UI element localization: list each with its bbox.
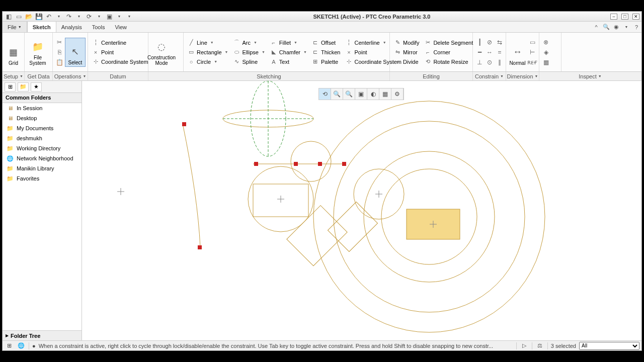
text-button[interactable]: AText bbox=[268, 57, 309, 66]
spline-button[interactable]: ∿Spline bbox=[231, 57, 267, 66]
thicken-button[interactable]: ⊏Thicken bbox=[310, 48, 343, 57]
refit-icon[interactable]: ⟲ bbox=[319, 88, 331, 100]
regen-icon[interactable]: ⟳ bbox=[85, 13, 93, 21]
parallel-icon[interactable]: ∥ bbox=[495, 58, 504, 67]
folder-tab-icon[interactable]: 📁 bbox=[18, 82, 29, 92]
tangent-icon[interactable]: ⊘ bbox=[485, 38, 494, 47]
minimize-button[interactable]: – bbox=[610, 14, 617, 20]
baseline-icon[interactable]: ⊢ bbox=[528, 48, 537, 57]
undo-dd-icon[interactable]: ▼ bbox=[55, 13, 63, 21]
mirror-button[interactable]: ⇋Mirror bbox=[392, 48, 421, 57]
midpt-icon[interactable]: ↔ bbox=[485, 48, 494, 57]
construction-button[interactable]: ◌Construction Mode bbox=[150, 38, 173, 67]
sidebar-item-2[interactable]: 📁My Documents bbox=[3, 123, 82, 133]
vert-icon[interactable]: ┃ bbox=[475, 38, 484, 47]
ellipse-button[interactable]: ⬭Ellipse▼ bbox=[231, 48, 267, 57]
fav-tab-icon[interactable]: ★ bbox=[31, 82, 42, 92]
sidebar-item-label: Working Directory bbox=[17, 145, 60, 151]
window-dd-icon[interactable]: ▼ bbox=[115, 13, 123, 21]
overlap-icon[interactable]: ⊗ bbox=[541, 38, 550, 47]
zoomin-icon[interactable]: 🔍 bbox=[331, 88, 343, 100]
search-icon[interactable]: 🔍 bbox=[601, 22, 611, 32]
window-icon[interactable]: ▣ bbox=[105, 13, 113, 21]
redo-icon[interactable]: ↷ bbox=[65, 13, 73, 21]
sidebar-item-4[interactable]: 📁Working Directory bbox=[3, 143, 82, 153]
paste-icon[interactable]: 📋 bbox=[55, 58, 64, 67]
filesystem-button[interactable]: 📁File System bbox=[27, 38, 49, 67]
offset-button[interactable]: ⊏Offset bbox=[310, 38, 343, 47]
horiz-icon[interactable]: ━ bbox=[475, 48, 484, 57]
copy-icon[interactable]: ⎘ bbox=[55, 48, 64, 57]
corner-button[interactable]: ⌐Corner bbox=[422, 48, 475, 57]
sketch-canvas[interactable]: ⟲ 🔍 🔍 ▣ ◐ ▦ ⚙ bbox=[82, 81, 641, 340]
select-button[interactable]: ↖Select bbox=[65, 38, 86, 67]
grid-button[interactable]: ▦Grid bbox=[5, 38, 22, 67]
perp-icon[interactable]: ⊥ bbox=[475, 58, 484, 67]
repaint-icon[interactable]: ▣ bbox=[355, 88, 367, 100]
filter-select[interactable]: All bbox=[579, 342, 639, 350]
line-button[interactable]: ╱Line▼ bbox=[186, 38, 230, 47]
modify-button[interactable]: ✎Modify bbox=[392, 38, 421, 47]
point-button[interactable]: ×Point bbox=[90, 48, 150, 57]
collapse-ribbon-icon[interactable]: ^ bbox=[591, 22, 601, 32]
status-icon2[interactable]: 🌐 bbox=[17, 342, 26, 350]
folder-tree-toggle[interactable]: ▶Folder Tree bbox=[3, 330, 82, 340]
sidebar-item-label: Manikin Library bbox=[17, 165, 54, 171]
grid-toggle-icon[interactable]: ▦ bbox=[379, 88, 391, 100]
centerline-button[interactable]: ╎Centerline bbox=[90, 38, 150, 47]
maximize-button[interactable]: □ bbox=[621, 14, 628, 20]
view-tab[interactable]: View bbox=[110, 22, 132, 32]
shade-icon[interactable]: ▦ bbox=[541, 58, 550, 67]
equal-icon[interactable]: = bbox=[495, 48, 504, 57]
help-icon[interactable]: ? bbox=[631, 22, 641, 32]
palette-button[interactable]: ⊞Palette bbox=[310, 57, 343, 66]
fillet-button[interactable]: ⌐Fillet▼ bbox=[268, 38, 309, 47]
filter-icon[interactable]: ⚖ bbox=[535, 342, 544, 350]
view-toolbar: ⟲ 🔍 🔍 ▣ ◐ ▦ ⚙ bbox=[318, 88, 404, 100]
sidebar-item-0[interactable]: 🖥In Session bbox=[3, 103, 82, 113]
close-button[interactable]: ✕ bbox=[632, 14, 639, 20]
rotresize-button[interactable]: ⟲Rotate Resize bbox=[422, 57, 475, 66]
sketch-tab[interactable]: Sketch bbox=[27, 22, 56, 32]
deleteseg-button[interactable]: ✂Delete Segment bbox=[422, 38, 475, 47]
zoomout-icon[interactable]: 🔍 bbox=[343, 88, 355, 100]
normal-dim-button[interactable]: ↔Normal bbox=[508, 38, 527, 67]
sym-icon[interactable]: ⇆ bbox=[495, 38, 504, 47]
coordsys-button[interactable]: ⊹Coordinate System bbox=[90, 57, 150, 66]
folder-icon: 📁 bbox=[7, 135, 14, 141]
ref-icon[interactable]: ʀᴇғ bbox=[528, 58, 537, 67]
learn-dd-icon[interactable]: ▼ bbox=[621, 22, 631, 32]
file-tab[interactable]: File▼ bbox=[3, 22, 27, 32]
highlight-icon[interactable]: ◈ bbox=[541, 48, 550, 57]
analysis-tab[interactable]: Analysis bbox=[56, 22, 87, 32]
qat-dd-icon[interactable]: ▼ bbox=[125, 13, 133, 21]
redo-dd-icon[interactable]: ▼ bbox=[75, 13, 83, 21]
sidebar-item-3[interactable]: 📁deshmukh bbox=[3, 133, 82, 143]
vsettings-icon[interactable]: ⚙ bbox=[391, 88, 404, 100]
open-icon[interactable]: 📂 bbox=[25, 13, 33, 21]
divide-button[interactable]: ÷Divide bbox=[392, 57, 421, 66]
undo-icon[interactable]: ↶ bbox=[45, 13, 53, 21]
folder-icon: 📁 bbox=[7, 125, 14, 131]
sidebar-item-7[interactable]: 📁Favorites bbox=[3, 173, 82, 184]
chamfer-button[interactable]: ◣Chamfer▼ bbox=[268, 48, 309, 57]
tree-tab-icon[interactable]: ⊞ bbox=[5, 82, 16, 92]
play-icon[interactable]: ▷ bbox=[520, 342, 529, 350]
ribbon: ▦Grid 📁File System ✂⎘📋 ↖Select ╎Centerli… bbox=[3, 33, 641, 72]
tools-tab[interactable]: Tools bbox=[87, 22, 110, 32]
save-icon[interactable]: 💾 bbox=[35, 13, 43, 21]
circle-button[interactable]: ○Circle▼ bbox=[186, 57, 230, 66]
sidebar-item-5[interactable]: 🌐Network Neighborhood bbox=[3, 153, 82, 163]
perim-icon[interactable]: ▭ bbox=[528, 38, 537, 47]
new-icon[interactable]: ▭ bbox=[15, 13, 23, 21]
rectangle-button[interactable]: ▭Rectangle▼ bbox=[186, 48, 230, 57]
status-icon1[interactable]: ⊞ bbox=[5, 342, 14, 350]
sidebar-item-1[interactable]: 🖥Desktop bbox=[3, 113, 82, 123]
arc-button[interactable]: ⌒Arc▼ bbox=[231, 38, 267, 47]
cut-icon[interactable]: ✂ bbox=[55, 38, 64, 47]
disp-icon[interactable]: ◐ bbox=[367, 88, 379, 100]
coinc-icon[interactable]: ⊙ bbox=[485, 58, 494, 67]
sidebar-item-6[interactable]: 📁Manikin Library bbox=[3, 163, 82, 173]
learn-icon[interactable]: ◉ bbox=[611, 22, 621, 32]
regen-dd-icon[interactable]: ▼ bbox=[95, 13, 103, 21]
